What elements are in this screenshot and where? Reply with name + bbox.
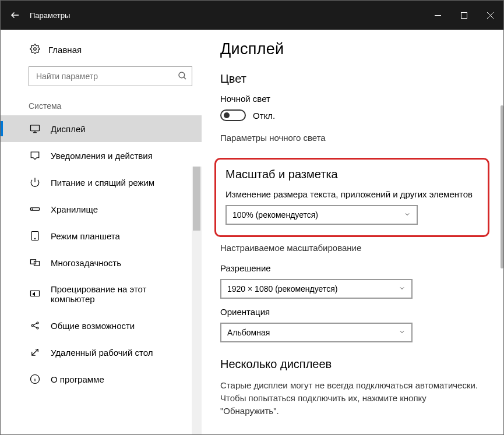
remote-icon	[30, 347, 40, 358]
sidebar-item-label: Режим планшета	[51, 231, 120, 241]
scale-combobox[interactable]: 100% (рекомендуется)	[225, 205, 418, 225]
chevron-down-icon	[399, 328, 406, 337]
multi-displays-body: Старые дисплеи могут не всегда подключат…	[220, 379, 486, 417]
page-title: Дисплей	[220, 40, 486, 58]
svg-point-3	[179, 72, 185, 78]
color-heading: Цвет	[220, 72, 486, 86]
svg-rect-9	[31, 260, 36, 264]
sidebar-item-label: Хранилище	[51, 204, 98, 214]
sidebar-item-storage[interactable]: Хранилище	[1, 196, 202, 222]
sidebar-item-label: Проецирование на этот компьютер	[51, 284, 192, 304]
toggle-knob	[224, 112, 230, 118]
search-icon	[177, 70, 188, 83]
content-scrollbar[interactable]	[501, 105, 503, 434]
multitask-icon	[30, 257, 40, 268]
nav-list: Дисплей Уведомления и действия Питание и…	[1, 115, 202, 392]
svg-point-13	[37, 322, 38, 324]
svg-point-12	[31, 325, 33, 327]
share-icon	[30, 320, 40, 331]
sidebar-item-tablet[interactable]: Режим планшета	[1, 222, 202, 249]
scale-combobox-value: 100% (рекомендуется)	[232, 210, 318, 220]
highlight-scale-section: Масштаб и разметка Изменение размера тек…	[214, 158, 489, 237]
search-input[interactable]	[29, 66, 192, 86]
sidebar-item-label: О программе	[51, 374, 104, 384]
scale-field-label: Изменение размера текста, приложений и д…	[225, 189, 478, 199]
gear-icon	[30, 44, 40, 56]
storage-icon	[30, 204, 40, 214]
content-area: Дисплей Цвет Ночной свет Откл. Параметры…	[202, 30, 503, 434]
back-button[interactable]	[1, 1, 30, 30]
sidebar-item-projecting[interactable]: Проецирование на этот компьютер	[1, 276, 202, 312]
sidebar-item-label: Уведомления и действия	[51, 151, 153, 161]
titlebar: Параметры	[1, 1, 503, 30]
scrollbar-thumb[interactable]	[501, 105, 503, 268]
multi-displays-heading: Несколько дисплеев	[220, 358, 486, 371]
sidebar-item-notifications[interactable]: Уведомления и действия	[1, 142, 202, 169]
project-icon	[30, 289, 40, 299]
window-controls	[425, 1, 503, 30]
orientation-label: Ориентация	[220, 307, 486, 317]
scrollbar-thumb[interactable]	[193, 167, 200, 231]
home-label: Главная	[48, 45, 82, 55]
sidebar: Главная Система Дисплей	[1, 30, 202, 434]
close-button[interactable]	[477, 1, 503, 30]
svg-rect-1	[461, 12, 467, 18]
sidebar-item-label: Дисплей	[51, 124, 86, 134]
tablet-icon	[30, 231, 40, 241]
svg-point-8	[34, 238, 35, 239]
svg-point-14	[37, 327, 38, 329]
sidebar-item-about[interactable]: О программе	[1, 366, 202, 392]
sidebar-item-shared[interactable]: Общие возможности	[1, 312, 202, 339]
night-light-label: Ночной свет	[220, 94, 486, 104]
section-label: Система	[1, 98, 202, 115]
body-area: Главная Система Дисплей	[1, 30, 503, 434]
night-light-settings-link[interactable]: Параметры ночного света	[220, 133, 486, 143]
resolution-combobox[interactable]: 1920 × 1080 (рекомендуется)	[220, 279, 413, 299]
night-light-toggle[interactable]	[220, 109, 246, 121]
sidebar-item-multitask[interactable]: Многозадачность	[1, 249, 202, 276]
svg-rect-4	[31, 125, 40, 131]
resolution-label: Разрешение	[220, 263, 486, 273]
orientation-combobox-value: Альбомная	[227, 328, 270, 337]
night-light-toggle-row: Откл.	[220, 109, 486, 121]
search-wrap	[29, 66, 192, 86]
power-icon	[30, 177, 40, 188]
maximize-button[interactable]	[451, 1, 477, 30]
orientation-combobox[interactable]: Альбомная	[220, 323, 413, 342]
comment-icon	[30, 150, 40, 161]
svg-rect-0	[435, 15, 441, 16]
sidebar-item-label: Общие возможности	[51, 321, 135, 331]
svg-point-6	[32, 208, 33, 209]
custom-scaling-link[interactable]: Настраиваемое масштабирование	[220, 243, 486, 253]
scale-heading: Масштаб и разметка	[225, 168, 478, 181]
nav-scroll: Дисплей Уведомления и действия Питание и…	[1, 115, 202, 434]
svg-rect-10	[34, 261, 40, 266]
home-row[interactable]: Главная	[1, 40, 202, 66]
sidebar-item-label: Питание и спящий режим	[51, 178, 154, 188]
chevron-down-icon	[404, 210, 411, 220]
info-icon	[30, 374, 40, 384]
settings-window: Параметры Главная	[0, 0, 504, 435]
sidebar-item-remote[interactable]: Удаленный рабочий стол	[1, 339, 202, 366]
sidebar-item-label: Удаленный рабочий стол	[51, 348, 153, 358]
toggle-state-text: Откл.	[253, 111, 275, 121]
sidebar-item-display[interactable]: Дисплей	[1, 115, 202, 142]
minimize-button[interactable]	[425, 1, 451, 30]
display-icon	[30, 123, 40, 134]
window-title: Параметры	[30, 11, 425, 20]
chevron-down-icon	[399, 284, 406, 293]
sidebar-item-label: Многозадачность	[51, 258, 121, 268]
sidebar-item-power[interactable]: Питание и спящий режим	[1, 169, 202, 196]
sidebar-scrollbar[interactable]	[192, 167, 202, 434]
resolution-combobox-value: 1920 × 1080 (рекомендуется)	[227, 284, 337, 293]
svg-point-2	[34, 48, 37, 51]
